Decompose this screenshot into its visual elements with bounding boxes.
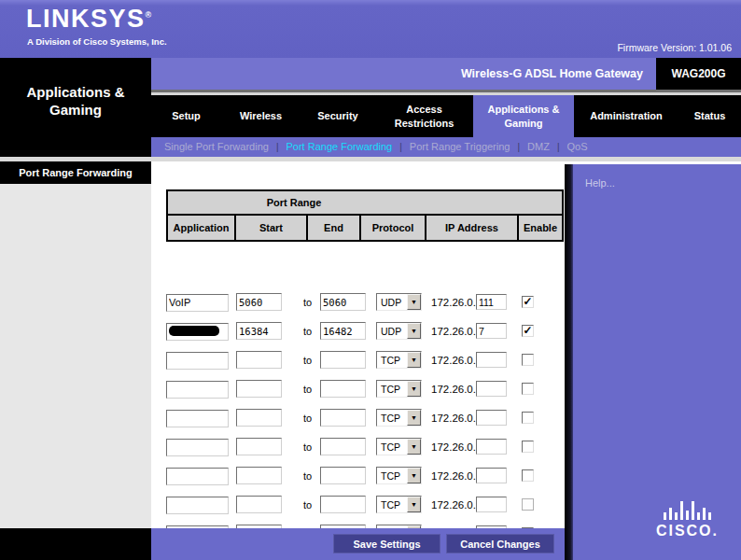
application-cell	[166, 293, 229, 312]
end-port-input[interactable]	[320, 496, 366, 513]
enable-checkbox[interactable]	[522, 354, 534, 366]
to-label: to	[303, 470, 312, 482]
enable-checkbox[interactable]	[522, 383, 534, 395]
model-number: WAG200G	[656, 58, 741, 90]
table-rows: to UDP ▼ 172.26.0. to UDP ▼	[166, 289, 558, 560]
protocol-select[interactable]: UDP ▼	[376, 322, 422, 340]
tab-status[interactable]: Status	[678, 95, 741, 137]
application-input[interactable]	[166, 410, 229, 427]
tab-access-restrictions[interactable]: Access Restrictions	[375, 95, 473, 137]
application-input[interactable]	[166, 352, 229, 370]
sidebar-section-label: Port Range Forwarding	[0, 161, 151, 184]
application-input[interactable]	[166, 381, 229, 399]
protocol-value: TCP	[377, 470, 407, 482]
application-cell	[166, 322, 229, 341]
application-input[interactable]	[166, 439, 229, 456]
ip-last-octet-input[interactable]	[476, 323, 507, 339]
start-port-input[interactable]	[236, 380, 282, 398]
end-port-input[interactable]	[320, 467, 366, 484]
end-port-input[interactable]	[320, 293, 366, 311]
enable-cell	[522, 441, 534, 453]
start-port-input[interactable]	[236, 322, 282, 340]
subnav-dmz[interactable]: DMZ	[527, 141, 550, 152]
application-input[interactable]	[166, 468, 229, 485]
tab-security[interactable]: Security	[301, 95, 375, 137]
enable-cell	[522, 325, 534, 337]
ip-prefix-label: 172.26.0.	[431, 326, 476, 337]
help-link[interactable]: Help...	[585, 177, 615, 189]
enable-checkbox[interactable]	[522, 441, 534, 453]
chevron-down-icon[interactable]: ▼	[407, 439, 421, 455]
enable-cell	[522, 296, 534, 308]
start-port-input[interactable]	[236, 467, 282, 484]
end-port-input[interactable]	[320, 409, 366, 427]
ip-last-octet-input[interactable]	[476, 294, 507, 310]
chevron-down-icon[interactable]: ▼	[407, 381, 421, 397]
save-settings-button[interactable]: Save Settings	[333, 534, 440, 553]
tab-setup[interactable]: Setup	[151, 95, 221, 137]
ip-last-octet-input[interactable]	[476, 410, 507, 426]
protocol-select[interactable]: UDP ▼	[376, 293, 422, 311]
subnav-port-range-forwarding[interactable]: Port Range Forwarding	[287, 141, 393, 152]
end-port-input[interactable]	[320, 380, 366, 398]
protocol-select[interactable]: TCP ▼	[376, 496, 422, 513]
start-port-input[interactable]	[236, 351, 282, 369]
start-port-input[interactable]	[236, 293, 282, 311]
enable-checkbox[interactable]	[522, 412, 534, 424]
end-port-input[interactable]	[320, 351, 366, 369]
cisco-bridge-icon	[656, 500, 719, 520]
application-cell	[166, 351, 229, 370]
protocol-cell: TCP ▼	[376, 351, 422, 369]
end-port-input[interactable]	[320, 322, 366, 340]
protocol-cell: TCP ▼	[376, 380, 422, 398]
protocol-select[interactable]: TCP ▼	[376, 380, 422, 398]
to-label: to	[303, 297, 312, 308]
protocol-select[interactable]: TCP ▼	[376, 409, 422, 427]
ip-last-octet-input[interactable]	[476, 381, 507, 397]
chevron-down-icon[interactable]: ▼	[407, 497, 421, 512]
linksys-tagline: A Division of Cisco Systems, Inc.	[27, 36, 167, 47]
enable-checkbox[interactable]	[522, 469, 534, 482]
protocol-cell: UDP ▼	[376, 322, 422, 340]
ip-last-octet-input[interactable]	[476, 439, 507, 455]
application-input[interactable]	[166, 497, 229, 514]
cancel-changes-button[interactable]: Cancel Changes	[446, 534, 554, 553]
sub-nav: Single Port Forwarding|Port Range Forwar…	[151, 137, 741, 157]
chevron-down-icon[interactable]: ▼	[407, 294, 421, 310]
start-port-input[interactable]	[236, 438, 282, 455]
end-port-input[interactable]	[320, 438, 366, 455]
protocol-select[interactable]: TCP ▼	[376, 467, 422, 484]
to-label: to	[303, 384, 312, 395]
subnav-single-port-forwarding[interactable]: Single Port Forwarding	[164, 141, 269, 152]
start-port-input[interactable]	[236, 496, 282, 513]
tab-administration[interactable]: Administration	[574, 95, 678, 137]
ip-address-cell: 172.26.0.	[431, 439, 507, 455]
table-row: to TCP ▼ 172.26.0.	[166, 376, 558, 405]
subnav-separator: |	[517, 142, 520, 152]
start-port-input[interactable]	[236, 409, 282, 427]
enable-cell	[522, 469, 534, 482]
linksys-logo: LINKSYS®	[26, 7, 151, 32]
ip-last-octet-input[interactable]	[476, 497, 507, 512]
sidebar-background	[0, 184, 151, 528]
chevron-down-icon[interactable]: ▼	[407, 468, 421, 483]
ip-last-octet-input[interactable]	[476, 352, 507, 368]
protocol-select[interactable]: TCP ▼	[376, 438, 422, 455]
enable-checkbox[interactable]	[522, 498, 534, 511]
tab-wireless[interactable]: Wireless	[221, 95, 301, 137]
chevron-down-icon[interactable]: ▼	[407, 410, 421, 426]
enable-checkbox[interactable]	[522, 296, 534, 308]
subnav-port-range-triggering[interactable]: Port Range Triggering	[410, 141, 510, 152]
chevron-down-icon[interactable]: ▼	[407, 352, 421, 368]
tab-applications-gaming[interactable]: Applications & Gaming	[473, 95, 574, 137]
chevron-down-icon[interactable]: ▼	[407, 323, 421, 339]
protocol-select[interactable]: TCP ▼	[376, 351, 422, 369]
section-title-panel: Applications & Gaming	[0, 58, 151, 157]
table-header-row: Application Start End Protocol IP Addres…	[167, 215, 563, 241]
subnav-qos[interactable]: QoS	[567, 141, 588, 152]
application-input[interactable]	[166, 294, 229, 312]
ip-last-octet-input[interactable]	[476, 468, 507, 483]
enable-checkbox[interactable]	[522, 325, 534, 337]
enable-cell	[522, 412, 534, 424]
ip-prefix-label: 172.26.0.	[431, 499, 476, 511]
